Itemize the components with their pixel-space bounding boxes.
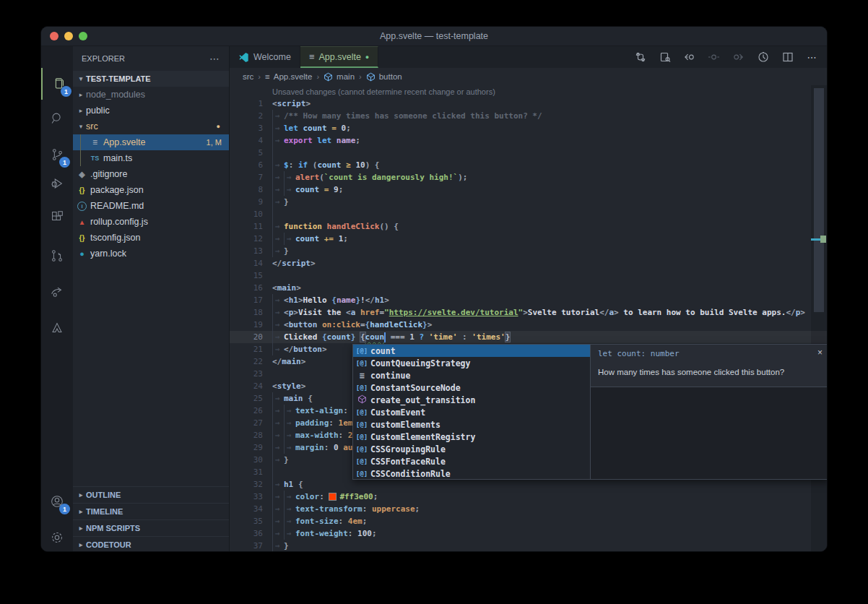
next-change-icon[interactable] bbox=[732, 51, 745, 64]
file-row-tsconfig-json[interactable]: {}tsconfig.json bbox=[73, 230, 229, 246]
file-row-package-json[interactable]: {}package.json bbox=[73, 182, 229, 198]
file-row-main-ts[interactable]: TSmain.ts bbox=[73, 150, 229, 166]
file-row--gitignore[interactable]: ◈.gitignore bbox=[73, 166, 229, 182]
suggestion-customevent[interactable]: [@]CustomEvent bbox=[353, 406, 590, 418]
file-row-app-svelte[interactable]: ≡App.svelte1, M bbox=[73, 134, 229, 150]
suggestion-cssgroupingrule[interactable]: [@]CSSGroupingRule bbox=[353, 443, 590, 455]
explorer-icon[interactable]: 1 bbox=[41, 68, 74, 100]
code-line-18[interactable]: 18→<p>Visit the <a href="https://svelte.… bbox=[230, 306, 827, 319]
code-line-8[interactable]: 8→→count = 9; bbox=[230, 184, 827, 196]
close-window-button[interactable] bbox=[50, 32, 58, 40]
code-line-13[interactable]: 13→} bbox=[230, 245, 827, 257]
overview-cursor-marker bbox=[811, 238, 821, 241]
breadcrumb-button[interactable]: button bbox=[366, 72, 402, 82]
file-row-src[interactable]: ▾src● bbox=[73, 118, 229, 134]
code-line-12[interactable]: 12→→count += 1; bbox=[230, 233, 827, 245]
more-actions-icon[interactable]: ⋯ bbox=[806, 51, 818, 64]
code-line-19[interactable]: 19→<button on:click={handleClick}> bbox=[230, 319, 827, 331]
braces-file-icon: {} bbox=[76, 186, 88, 194]
code-line-34[interactable]: 34→→text-transform: uppercase; bbox=[230, 503, 827, 515]
lightbulb-icon[interactable] bbox=[272, 333, 279, 341]
tab-app-svelte[interactable]: ≡ App.svelte ● bbox=[300, 46, 378, 68]
sidebar-section-timeline[interactable]: ▸TIMELINE bbox=[73, 503, 229, 519]
code-line-4[interactable]: 4→export let name; bbox=[230, 134, 827, 147]
settings-gear-icon[interactable] bbox=[41, 522, 73, 552]
code-line-15[interactable]: 15 bbox=[230, 269, 827, 282]
dirty-dot-icon[interactable]: ● bbox=[365, 53, 369, 61]
code-line-32[interactable]: 32→h1 { bbox=[230, 478, 827, 491]
breadcrumb-src[interactable]: src bbox=[243, 72, 253, 81]
suggestion-label: CustomEvent bbox=[370, 407, 425, 418]
file-row-rollup-config-js[interactable]: ▲rollup.config.js bbox=[73, 214, 229, 230]
workspace-root-row[interactable]: ▾ TEST-TEMPLATE bbox=[73, 71, 229, 87]
breadcrumb-separator: › bbox=[359, 72, 362, 81]
current-change-icon[interactable] bbox=[708, 51, 720, 64]
github-pr-icon[interactable] bbox=[41, 240, 73, 272]
suggestion-cssfontfacerule[interactable]: [@]CSSFontFaceRule bbox=[353, 455, 590, 467]
cube-symbol-icon bbox=[357, 394, 367, 404]
file-label: .gitignore bbox=[90, 169, 127, 179]
suggestion-cssconditionrule[interactable]: [@]CSSConditionRule bbox=[353, 467, 590, 480]
split-editor-icon[interactable] bbox=[781, 51, 794, 64]
suggestion-label: continue bbox=[370, 371, 410, 381]
code-line-37[interactable]: 37→} bbox=[230, 540, 827, 552]
source-control-icon[interactable]: 1 bbox=[41, 139, 73, 171]
breadcrumbs: src›≡App.svelte›main›button bbox=[230, 68, 827, 85]
code-line-11[interactable]: 11→function handleClick() { bbox=[230, 220, 827, 233]
code-line-1[interactable]: 1<script> bbox=[230, 98, 827, 110]
suggestion-countqueuingstrategy[interactable]: [@]CountQueuingStrategy bbox=[353, 357, 590, 369]
code-line-5[interactable]: 5 bbox=[230, 147, 827, 159]
suggestion-customelementregistry[interactable]: [@]CustomElementRegistry bbox=[353, 431, 590, 443]
open-changes-icon[interactable] bbox=[659, 51, 671, 64]
code-line-20[interactable]: 20→Clicked {count} {coun === 1 ? 'time' … bbox=[230, 331, 827, 343]
account-icon[interactable]: 1 bbox=[41, 486, 73, 517]
file-row-node-modules[interactable]: ▸node_modules bbox=[73, 87, 229, 103]
live-share-icon[interactable] bbox=[41, 276, 73, 308]
code-line-10[interactable]: 10 bbox=[230, 208, 827, 220]
extensions-icon[interactable] bbox=[41, 201, 73, 233]
search-icon[interactable] bbox=[41, 103, 73, 134]
previous-change-icon[interactable] bbox=[683, 51, 695, 64]
minimize-window-button[interactable] bbox=[64, 32, 73, 40]
file-row-yarn-lock[interactable]: ●yarn.lock bbox=[73, 246, 229, 262]
file-row-readme-md[interactable]: iREADME.md bbox=[73, 198, 229, 214]
code-line-36[interactable]: 36→→font-weight: 100; bbox=[230, 527, 827, 540]
breadcrumb-main[interactable]: main bbox=[324, 72, 355, 82]
code-line-3[interactable]: 3→let count = 0; bbox=[230, 122, 827, 134]
gitlens-compare-icon[interactable] bbox=[634, 51, 646, 64]
code-line-14[interactable]: 14</script> bbox=[230, 257, 827, 269]
file-row-public[interactable]: ▸public bbox=[73, 103, 229, 118]
suggestion-continue[interactable]: ≡continue bbox=[353, 369, 590, 381]
section-label: TIMELINE bbox=[86, 507, 123, 516]
azure-icon[interactable] bbox=[41, 312, 73, 344]
code-line-9[interactable]: 9→} bbox=[230, 196, 827, 208]
breadcrumb-app-svelte[interactable]: ≡App.svelte bbox=[265, 72, 312, 81]
maximize-window-button[interactable] bbox=[79, 32, 87, 40]
code-line-17[interactable]: 17→<h1>Hello {name}!</h1> bbox=[230, 294, 827, 306]
scrollbar-thumb[interactable] bbox=[814, 88, 824, 312]
code-line-35[interactable]: 35→→font-size: 4em; bbox=[230, 515, 827, 527]
timer-icon[interactable] bbox=[757, 51, 769, 64]
suggestion-customelements[interactable]: [@]customElements bbox=[353, 418, 590, 431]
suggestion-constantsourcenode[interactable]: [@]ConstantSourceNode bbox=[353, 381, 590, 394]
explorer-more-actions-icon[interactable]: ⋯ bbox=[209, 53, 220, 64]
sidebar-section-codetour[interactable]: ▸CODETOUR bbox=[73, 536, 229, 552]
suggestion-count[interactable]: [@]count bbox=[353, 345, 590, 357]
code-editor[interactable]: Unsaved changes (cannot determine recent… bbox=[230, 85, 827, 552]
cube-symbol-icon bbox=[366, 72, 376, 82]
sidebar-section-npm-scripts[interactable]: ▸NPM SCRIPTS bbox=[73, 519, 229, 536]
code-line-7[interactable]: 7→→alert(`count is dangerously high!`); bbox=[230, 171, 827, 184]
sidebar-section-outline[interactable]: ▸OUTLINE bbox=[73, 486, 229, 503]
suggestion-label: CSSGroupingRule bbox=[370, 444, 446, 454]
tab-welcome[interactable]: Welcome bbox=[230, 46, 300, 68]
code-line-6[interactable]: 6→$: if (count ≥ 10) { bbox=[230, 159, 827, 171]
code-line-16[interactable]: 16<main> bbox=[230, 282, 827, 294]
code-line-2[interactable]: 2→/** How many times has someone clicked… bbox=[230, 110, 827, 122]
explorer-badge: 1 bbox=[61, 86, 71, 97]
run-debug-icon[interactable] bbox=[41, 168, 73, 199]
code-line-33[interactable]: 33→→color: #ff3e00; bbox=[230, 491, 827, 503]
breadcrumb-separator: › bbox=[316, 72, 319, 81]
suggestion-create_out_transition[interactable]: create_out_transition bbox=[353, 394, 590, 406]
close-icon[interactable]: × bbox=[817, 348, 823, 358]
source-control-badge: 1 bbox=[59, 157, 70, 168]
